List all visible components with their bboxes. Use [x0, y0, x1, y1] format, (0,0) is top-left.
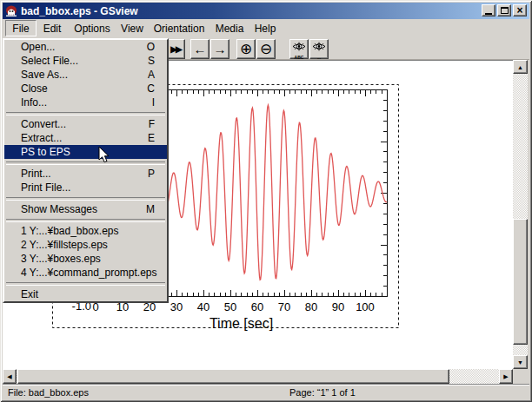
text-find-button-sublabel: ABC [295, 56, 304, 60]
menu-item-label: Print... [21, 168, 51, 180]
menu-item-label: Info... [21, 96, 47, 109]
gsview-window: bad_bbox.eps - GSview × FileEditOptionsV… [0, 0, 532, 402]
menu-item-accelerator: S [148, 54, 155, 68]
bitmap-preview-button[interactable]: ... [309, 39, 329, 59]
previous-page-button[interactable]: ← [190, 39, 209, 59]
menu-separator [4, 194, 167, 202]
menu-item-exit[interactable]: Exit [4, 287, 167, 301]
scroll-right-button[interactable]: ▶ [499, 369, 513, 384]
eye-dots-icon [312, 39, 326, 55]
goto-page-button[interactable]: → [210, 39, 229, 59]
status-page-label: Page: “1” 1 of 1 [289, 387, 356, 398]
menu-item-label: Open... [21, 41, 55, 53]
menu-item-label: 4 Y:...¥command_prompt.eps [21, 267, 157, 279]
gsview-ghost-icon [5, 5, 17, 17]
menu-item-select-file[interactable]: Select File...S [4, 54, 167, 68]
menu-item-4-y-command-prompt-eps[interactable]: 4 Y:...¥command_prompt.eps [4, 266, 167, 280]
menu-bar: FileEditOptionsViewOrientationMediaHelp [3, 19, 529, 37]
zoom-out-button[interactable]: ⊖ [256, 39, 276, 59]
menu-item-accelerator: P [148, 167, 155, 181]
menu-item-close[interactable]: CloseC [4, 82, 167, 96]
arrow-left-icon: ← [194, 43, 207, 56]
menu-item-label: 2 Y:...¥fillsteps.eps [21, 239, 108, 251]
vertical-scrollbar[interactable]: ▲ ▼ [513, 60, 528, 369]
zoom-in-button[interactable]: ⊕ [236, 39, 256, 59]
status-bar: File: bad_bbox.eps Page: “1” 1 of 1 [3, 385, 529, 399]
menubar-item-view[interactable]: View [116, 20, 148, 36]
menu-separator [4, 109, 167, 117]
menu-item-label: Exit [21, 288, 38, 300]
close-icon: × [516, 6, 522, 15]
arrow-down-icon: ▼ [517, 359, 523, 366]
menu-item-label: PS to EPS [21, 146, 70, 158]
menu-item-accelerator: E [148, 131, 155, 145]
menu-item-1-y-bad-bbox-eps[interactable]: 1 Y:...¥bad_bbox.eps [4, 224, 167, 238]
maximize-button[interactable] [497, 4, 511, 16]
menu-item-extract[interactable]: Extract...E [4, 131, 167, 145]
menu-item-accelerator: F [149, 117, 155, 131]
menubar-item-orientation[interactable]: Orientation [148, 20, 210, 36]
menu-separator [4, 216, 167, 224]
arrow-right-icon: → [214, 43, 227, 56]
menu-item-ps-to-eps[interactable]: PS to EPS [4, 145, 167, 159]
eye-abc-icon [292, 39, 306, 55]
menu-item-accelerator: O [147, 40, 155, 54]
vertical-scroll-thumb[interactable] [513, 219, 528, 345]
menu-item-open[interactable]: Open...O [4, 40, 167, 54]
menu-item-print-file[interactable]: Print File... [4, 181, 167, 194]
menu-item-label: Show Messages [21, 203, 97, 215]
menu-item-label: Select File... [21, 55, 78, 67]
scroll-down-button[interactable]: ▼ [513, 355, 528, 369]
menu-item-convert[interactable]: Convert...F [4, 117, 167, 131]
menubar-item-options[interactable]: Options [68, 20, 116, 36]
menu-separator [4, 280, 167, 287]
minimize-button[interactable] [482, 4, 495, 16]
arrow-left-icon: ◀ [7, 373, 11, 380]
scroll-left-button[interactable]: ◀ [3, 369, 17, 384]
menu-item-label: 3 Y:...¥boxes.eps [21, 253, 101, 265]
menu-item-label: Save As... [21, 69, 68, 81]
title-bar[interactable]: bad_bbox.eps - GSview × [3, 3, 529, 19]
menubar-item-edit[interactable]: Edit [37, 20, 68, 36]
arrow-up-icon: ▲ [517, 64, 523, 70]
menu-item-accelerator: M [146, 202, 155, 216]
magnifier-minus-icon: ⊖ [260, 43, 272, 56]
menu-item-label: Close [21, 82, 48, 95]
scroll-up-button[interactable]: ▲ [513, 60, 528, 74]
menu-item-label: Extract... [21, 132, 62, 144]
menu-item-save-as[interactable]: Save As...A [4, 68, 167, 82]
file-menu-dropdown: Open...OSelect File...SSave As...ACloseC… [3, 38, 169, 303]
status-file-label: File: bad_bbox.eps [8, 387, 89, 398]
scrollbar-corner [513, 369, 528, 384]
menu-item-accelerator: A [148, 68, 155, 82]
close-button[interactable]: × [513, 4, 527, 16]
window-title: bad_bbox.eps - GSview [21, 5, 138, 17]
text-find-button[interactable]: ABC [289, 39, 309, 59]
menu-item-show-messages[interactable]: Show MessagesM [4, 202, 167, 216]
menubar-item-file[interactable]: File [5, 20, 37, 36]
horizontal-scroll-thumb[interactable] [17, 369, 449, 384]
next-page-button[interactable]: ▶▶ [166, 39, 185, 59]
menu-item-label: Convert... [21, 118, 66, 130]
double-arrow-right-icon: ▶▶ [170, 43, 180, 56]
menu-separator [4, 159, 167, 167]
menu-item-accelerator: I [152, 96, 155, 109]
arrow-right-icon: ▶ [503, 373, 508, 380]
magnifier-plus-icon: ⊕ [240, 43, 252, 56]
menubar-item-media[interactable]: Media [210, 20, 249, 36]
menu-item-label: 1 Y:...¥bad_bbox.eps [21, 225, 119, 237]
menu-item-info[interactable]: Info...I [4, 96, 167, 109]
menu-item-accelerator: C [147, 82, 155, 96]
menu-item-2-y-fillsteps-eps[interactable]: 2 Y:...¥fillsteps.eps [4, 238, 167, 252]
horizontal-scrollbar[interactable]: ◀ ▶ [3, 369, 513, 384]
menu-item-print[interactable]: Print...P [4, 167, 167, 181]
menu-item-label: Print File... [21, 181, 70, 194]
menu-item-3-y-boxes-eps[interactable]: 3 Y:...¥boxes.eps [4, 252, 167, 266]
menubar-item-help[interactable]: Help [249, 20, 282, 36]
bitmap-preview-button-sublabel: ... [317, 56, 321, 60]
